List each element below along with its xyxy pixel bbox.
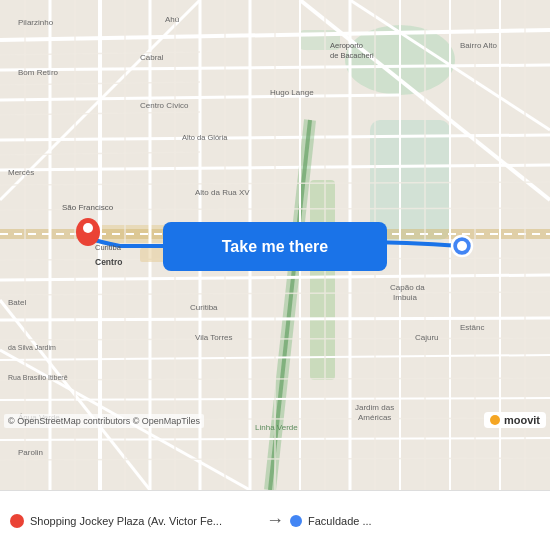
origin-info: Shopping Jockey Plaza (Av. Victor Fe... xyxy=(10,514,260,528)
take-me-there-button[interactable]: Take me there xyxy=(163,222,387,271)
svg-text:Curitiba: Curitiba xyxy=(95,243,122,252)
svg-text:Bom Retiro: Bom Retiro xyxy=(18,68,59,77)
app: Pilarzinho Ahú Bom Retiro Cabral Aeropor… xyxy=(0,0,550,550)
svg-text:de Bacacheri: de Bacacheri xyxy=(330,51,374,60)
map-attribution: © OpenStreetMap contributors © OpenMapTi… xyxy=(4,414,204,428)
svg-text:Parolin: Parolin xyxy=(18,448,43,457)
svg-text:Centro Cívico: Centro Cívico xyxy=(140,101,189,110)
destination-info: Faculdade ... xyxy=(290,515,540,527)
svg-text:Centro: Centro xyxy=(95,257,122,267)
svg-text:São Francisco: São Francisco xyxy=(62,203,114,212)
moovit-logo-dot xyxy=(490,415,500,425)
origin-icon xyxy=(10,514,24,528)
svg-text:Estânc: Estânc xyxy=(460,323,484,332)
destination-icon xyxy=(290,515,302,527)
svg-text:Linha Verde: Linha Verde xyxy=(255,423,298,432)
destination-label: Faculdade ... xyxy=(308,515,372,527)
svg-rect-4 xyxy=(310,180,335,380)
direction-arrow: → xyxy=(260,510,290,531)
svg-text:Bairro Alto: Bairro Alto xyxy=(460,41,497,50)
origin-label: Shopping Jockey Plaza (Av. Victor Fe... xyxy=(30,515,222,527)
svg-text:Imbuia: Imbuia xyxy=(393,293,418,302)
map-container: Pilarzinho Ahú Bom Retiro Cabral Aeropor… xyxy=(0,0,550,490)
moovit-logo: moovit xyxy=(484,412,546,428)
svg-text:Mercês: Mercês xyxy=(8,168,34,177)
svg-text:Alto da Glória: Alto da Glória xyxy=(182,133,228,142)
svg-text:Hugo Lange: Hugo Lange xyxy=(270,88,314,97)
svg-text:Cajuru: Cajuru xyxy=(415,333,439,342)
attribution-text: © OpenStreetMap contributors © OpenMapTi… xyxy=(8,416,200,426)
svg-text:Rua Brasílio Itiberê: Rua Brasílio Itiberê xyxy=(8,374,68,381)
svg-text:Ahú: Ahú xyxy=(165,15,179,24)
svg-text:Capão da: Capão da xyxy=(390,283,425,292)
svg-text:da Silva Jardim: da Silva Jardim xyxy=(8,344,56,351)
svg-point-62 xyxy=(83,223,93,233)
svg-text:Aeroporto: Aeroporto xyxy=(330,41,363,50)
svg-text:Cabral: Cabral xyxy=(140,53,164,62)
svg-point-60 xyxy=(457,241,467,251)
moovit-brand-text: moovit xyxy=(504,414,540,426)
bottom-bar: Shopping Jockey Plaza (Av. Victor Fe... … xyxy=(0,490,550,550)
svg-text:Jardim das: Jardim das xyxy=(355,403,394,412)
svg-text:Vila Torres: Vila Torres xyxy=(195,333,233,342)
svg-text:Pilarzinho: Pilarzinho xyxy=(18,18,54,27)
svg-text:Américas: Américas xyxy=(358,413,391,422)
svg-text:Batel: Batel xyxy=(8,298,26,307)
svg-text:Alto da Rua XV: Alto da Rua XV xyxy=(195,188,250,197)
svg-text:Curitiba: Curitiba xyxy=(190,303,218,312)
